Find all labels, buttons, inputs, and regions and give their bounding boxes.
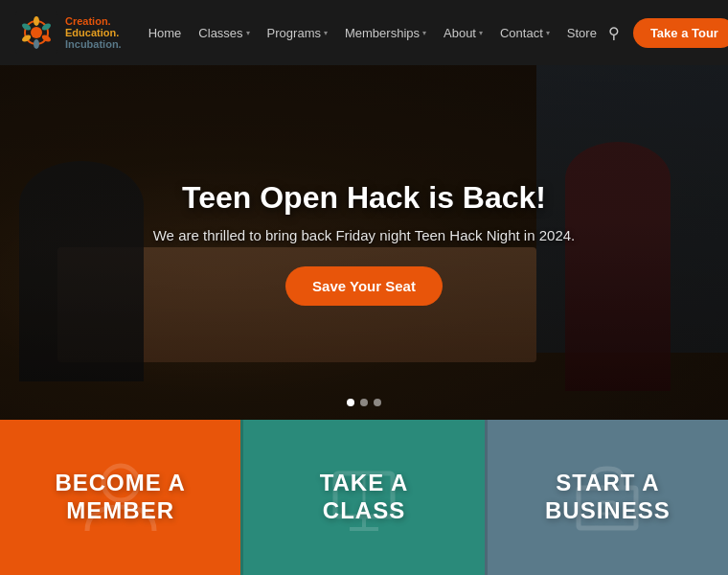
nav-links: Home Classes ▾ Programs ▾ Memberships ▾ …	[141, 20, 604, 46]
cards-row: BECOME AMEMBER TAKE ACLASS START ABUSINE…	[0, 420, 728, 575]
chevron-down-icon: ▾	[422, 29, 426, 37]
become-a-member-label: BECOME AMEMBER	[47, 462, 193, 533]
hero-title: Teen Open Hack is Back!	[182, 180, 546, 216]
nav-memberships[interactable]: Memberships ▾	[337, 20, 434, 46]
svg-point-2	[31, 27, 42, 38]
chevron-down-icon: ▾	[246, 29, 250, 37]
hero-dots	[347, 399, 381, 406]
start-a-business-card[interactable]: START ABUSINESS	[485, 420, 728, 575]
save-your-seat-button[interactable]: Save Your Seat	[285, 266, 443, 306]
take-a-class-label: TAKE ACLASS	[312, 462, 417, 533]
nav-contact[interactable]: Contact ▾	[492, 20, 557, 46]
logo-line2: Education.	[65, 27, 122, 38]
nav-programs[interactable]: Programs ▾	[260, 20, 335, 46]
start-a-business-label: START ABUSINESS	[537, 462, 678, 533]
nav-home[interactable]: Home	[141, 20, 190, 46]
hero-section: Teen Open Hack is Back! We are thrilled …	[0, 65, 728, 420]
take-a-tour-button[interactable]: Take a Tour	[633, 18, 728, 48]
svg-point-3	[34, 16, 39, 26]
logo-line1: Creation.	[65, 15, 122, 27]
take-a-class-card[interactable]: TAKE ACLASS	[240, 420, 484, 575]
hero-subtitle: We are thrilled to bring back Friday nig…	[153, 227, 576, 243]
nav-right: ⚲ Take a Tour	[604, 18, 728, 48]
nav-about[interactable]: About ▾	[436, 20, 490, 46]
logo-line3: Incubation.	[65, 38, 122, 50]
hero-dot-2[interactable]	[360, 399, 368, 406]
logo-icon	[15, 12, 57, 54]
hero-dot-3[interactable]	[374, 399, 381, 406]
hero-content: Teen Open Hack is Back! We are thrilled …	[0, 65, 728, 420]
become-a-member-card[interactable]: BECOME AMEMBER	[0, 420, 240, 575]
logo-text: Creation. Education. Incubation.	[65, 15, 122, 50]
logo[interactable]: Creation. Education. Incubation.	[15, 12, 122, 54]
nav-store[interactable]: Store	[559, 20, 604, 46]
navbar: Creation. Education. Incubation. Home Cl…	[0, 0, 728, 65]
hero-dot-1[interactable]	[347, 399, 354, 406]
search-icon[interactable]: ⚲	[604, 20, 624, 46]
chevron-down-icon: ▾	[324, 29, 328, 37]
chevron-down-icon: ▾	[479, 29, 483, 37]
chevron-down-icon: ▾	[546, 29, 550, 37]
svg-point-6	[34, 39, 39, 49]
nav-classes[interactable]: Classes ▾	[191, 20, 257, 46]
